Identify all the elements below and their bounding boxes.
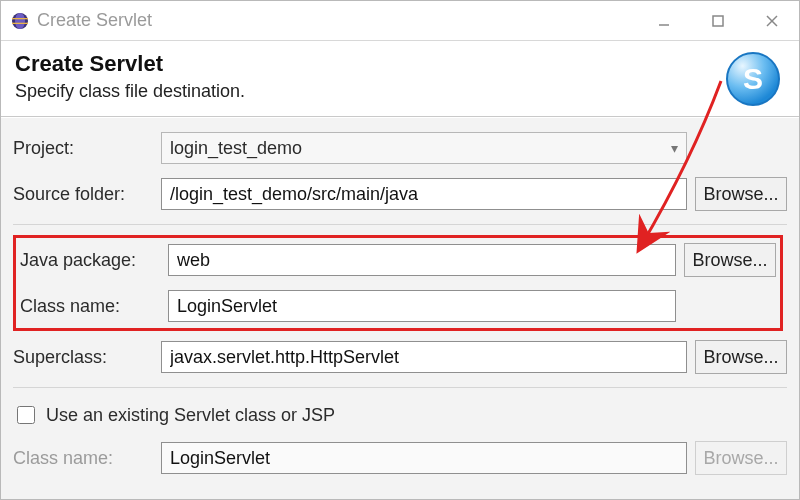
svg-text:S: S bbox=[743, 62, 763, 95]
row-class-name-disabled: Class name: Browse... bbox=[13, 438, 787, 478]
wizard-banner: Create Servlet Specify class file destin… bbox=[1, 41, 799, 117]
label-use-existing: Use an existing Servlet class or JSP bbox=[46, 405, 335, 426]
class-name-input[interactable] bbox=[168, 290, 676, 322]
minimize-button[interactable] bbox=[637, 1, 691, 41]
close-button[interactable] bbox=[745, 1, 799, 41]
project-dropdown[interactable]: login_test_demo ▾ bbox=[161, 132, 687, 164]
form-area: Project: login_test_demo ▾ Source folder… bbox=[1, 117, 799, 499]
window-title: Create Servlet bbox=[37, 10, 152, 31]
class-name-disabled-input bbox=[161, 442, 687, 474]
wizard-subheading: Specify class file destination. bbox=[15, 81, 785, 102]
row-superclass: Superclass: Browse... bbox=[13, 337, 787, 377]
svg-rect-2 bbox=[12, 18, 28, 19]
label-source-folder: Source folder: bbox=[13, 184, 153, 205]
separator bbox=[13, 224, 787, 225]
dialog-window: Create Servlet Create Servlet Specify cl… bbox=[0, 0, 800, 500]
chevron-down-icon: ▾ bbox=[671, 140, 678, 156]
project-dropdown-value: login_test_demo bbox=[170, 138, 302, 159]
row-class-name: Class name: bbox=[20, 286, 776, 326]
maximize-button[interactable] bbox=[691, 1, 745, 41]
superclass-input[interactable] bbox=[161, 341, 687, 373]
row-java-package: Java package: Browse... bbox=[20, 240, 776, 280]
browse-java-package-button[interactable]: Browse... bbox=[684, 243, 776, 277]
servlet-wizard-icon: S bbox=[717, 47, 781, 111]
highlight-annotation: Java package: Browse... Class name: bbox=[13, 235, 783, 331]
label-class-name-disabled: Class name: bbox=[13, 448, 153, 469]
label-superclass: Superclass: bbox=[13, 347, 153, 368]
row-source-folder: Source folder: Browse... bbox=[13, 174, 787, 214]
label-class-name: Class name: bbox=[20, 296, 160, 317]
wizard-heading: Create Servlet bbox=[15, 51, 785, 77]
separator bbox=[13, 387, 787, 388]
titlebar: Create Servlet bbox=[1, 1, 799, 41]
svg-point-1 bbox=[15, 13, 25, 29]
browse-source-folder-button[interactable]: Browse... bbox=[695, 177, 787, 211]
label-java-package: Java package: bbox=[20, 250, 160, 271]
browse-superclass-button[interactable]: Browse... bbox=[695, 340, 787, 374]
use-existing-checkbox[interactable] bbox=[17, 406, 35, 424]
row-use-existing: Use an existing Servlet class or JSP bbox=[13, 398, 787, 432]
eclipse-icon bbox=[11, 12, 29, 30]
row-project: Project: login_test_demo ▾ bbox=[13, 128, 787, 168]
svg-rect-3 bbox=[12, 22, 28, 23]
label-project: Project: bbox=[13, 138, 153, 159]
source-folder-input[interactable] bbox=[161, 178, 687, 210]
java-package-input[interactable] bbox=[168, 244, 676, 276]
browse-class-name-disabled-button: Browse... bbox=[695, 441, 787, 475]
svg-rect-5 bbox=[713, 16, 723, 26]
